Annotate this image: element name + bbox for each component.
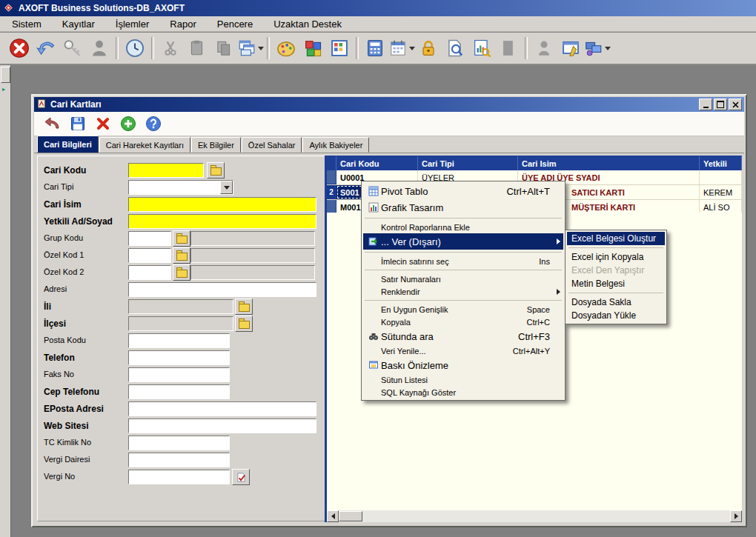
submenu-item-excel-belgesi-olustur[interactable]: Excel Belgesi Oluştur <box>567 232 665 245</box>
link-window-button[interactable] <box>557 35 584 61</box>
menu-item-pivot-tablo[interactable]: Pivot Tablo Ctrl+Alt+T <box>363 183 563 199</box>
report-preview-button[interactable] <box>468 35 495 61</box>
grid-hscrollbar[interactable] <box>327 510 742 522</box>
ilcesi-lookup-button[interactable] <box>235 316 253 332</box>
window-title: AXOFT Business Solutions-DB_AXOFT <box>19 3 185 13</box>
combo-dropdown-icon[interactable] <box>220 181 233 194</box>
menu-item-sutunda-ara[interactable]: Sütunda ara Ctrl+F3 <box>363 328 563 344</box>
vergi-no-input[interactable] <box>128 470 230 484</box>
menu-item-kopyala[interactable]: Kopyala Ctrl+C <box>363 316 563 328</box>
vergi-no-verify-button[interactable] <box>232 469 250 485</box>
close-button[interactable] <box>6 35 33 61</box>
scroll-right-button[interactable] <box>730 510 742 522</box>
cascade-windows-button[interactable] <box>237 35 264 61</box>
yetkili-input[interactable] <box>128 214 316 229</box>
cep-telefonu-input[interactable] <box>128 384 230 399</box>
cell-yetkili[interactable] <box>700 170 742 184</box>
user-2-button[interactable] <box>531 35 557 61</box>
tc-kimlik-input[interactable] <box>128 436 230 450</box>
document-search-button[interactable] <box>442 35 468 61</box>
table-button[interactable] <box>326 35 353 61</box>
paste-button[interactable] <box>184 35 210 61</box>
lock-button[interactable] <box>415 35 442 61</box>
export-submenu: Excel Belgesi Oluştur Excel için Kopyala… <box>565 230 667 324</box>
posta-kodu-input[interactable] <box>128 333 230 348</box>
eposta-input[interactable] <box>128 401 316 416</box>
palette-button[interactable] <box>273 35 299 61</box>
tab-ek-bilgiler[interactable]: Ek Bilgiler <box>191 137 241 153</box>
cari-kodu-lookup-button[interactable] <box>207 162 225 179</box>
delete-button[interactable] <box>90 113 116 134</box>
grup-kodu-lookup-button[interactable] <box>173 230 190 247</box>
back-button[interactable] <box>40 113 65 134</box>
cari-isim-input[interactable] <box>128 197 316 212</box>
tab-cari-hareket-kayitlari[interactable]: Cari Hareket Kayıtları <box>99 137 190 153</box>
blank-button[interactable] <box>495 35 522 61</box>
telefon-input[interactable] <box>128 350 230 365</box>
menu-kayitlar[interactable]: Kayıtlar <box>58 17 99 31</box>
calendar-button[interactable] <box>388 35 415 61</box>
cari-kodu-input[interactable] <box>128 163 204 178</box>
submenu-item-dosyadan-yukle[interactable]: Dosyadan Yükle <box>567 309 665 322</box>
menu-item-ver-disari[interactable]: ... Ver (Dışarı) <box>363 233 563 250</box>
menu-islemler[interactable]: İşlemler <box>111 17 154 31</box>
grid-header-yetkili[interactable]: Yetkili <box>700 156 742 170</box>
ozel-kod1-lookup-button[interactable] <box>173 247 190 264</box>
menu-item-renklendir[interactable]: Renklendir <box>363 285 563 298</box>
folder-icon <box>210 167 222 176</box>
menu-item-imlecin-satirini-sec[interactable]: İmlecin satırını seç Ins <box>363 255 563 267</box>
menu-rapor[interactable]: Rapor <box>165 17 200 31</box>
clock-button[interactable] <box>122 35 148 61</box>
user-button[interactable] <box>86 35 113 61</box>
menu-item-satir-numaralari[interactable]: Satır Numaraları <box>363 273 563 285</box>
menu-sistem[interactable]: Sistem <box>7 17 46 31</box>
menu-item-veri-yenile[interactable]: Veri Yenile... Ctrl+Alt+Y <box>363 344 563 357</box>
menu-item-en-uygun-genislik[interactable]: En Uygun Genişlik Space <box>363 303 563 316</box>
ozel-kod2-input[interactable] <box>128 265 171 280</box>
menu-item-sutun-listesi[interactable]: Sütun Listesi <box>363 373 563 386</box>
grid-header-cari-isim[interactable]: Cari Isim <box>518 156 700 170</box>
ili-lookup-button[interactable] <box>235 298 253 315</box>
remote-desktop-button[interactable] <box>584 35 611 61</box>
tab-aylik-bakiyeler[interactable]: Aylık Bakiyeler <box>302 137 369 153</box>
calculator-button[interactable] <box>362 35 388 61</box>
minimize-button[interactable] <box>699 99 712 110</box>
close-window-button[interactable] <box>729 99 742 110</box>
cell-yetkili[interactable]: KEREM <box>700 185 742 199</box>
save-button[interactable] <box>65 113 90 134</box>
menu-item-grafik-tasarim[interactable]: Grafik Tasarım <box>363 199 563 216</box>
submenu-item-dosyada-sakla[interactable]: Dosyada Sakla <box>567 296 665 309</box>
tab-ozel-sahalar[interactable]: Özel Sahalar <box>242 137 302 153</box>
help-button[interactable] <box>141 113 166 134</box>
menu-pencere[interactable]: Pencere <box>213 17 257 31</box>
cut-button[interactable] <box>157 35 184 61</box>
faks-no-input[interactable] <box>128 367 230 382</box>
scroll-left-button[interactable] <box>327 510 339 522</box>
grup-kodu-input[interactable] <box>128 231 171 246</box>
dock-expand-button[interactable] <box>1 67 10 83</box>
vergi-dairesi-input[interactable] <box>128 453 230 467</box>
ozel-kod1-input[interactable] <box>128 248 171 263</box>
ozel-kod2-lookup-button[interactable] <box>173 264 190 281</box>
add-button[interactable] <box>116 113 141 134</box>
menu-uzaktan-destek[interactable]: Uzaktan Destek <box>269 17 346 31</box>
web-sitesi-input[interactable] <box>128 418 316 433</box>
cep-telefonu-label: Cep Telefonu <box>44 387 99 397</box>
grid-header-cari-tipi[interactable]: Cari Tipi <box>418 156 518 170</box>
menu-item-sql-kaynagi-goster[interactable]: SQL Kaynağı Göster <box>363 386 563 398</box>
menu-item-baski-onizleme[interactable]: Baskı Önizleme <box>363 357 563 373</box>
adresi-input[interactable] <box>128 282 316 297</box>
submenu-item-metin-belgesi[interactable]: Metin Belgesi <box>567 277 665 290</box>
submenu-item-excel-icin-kopyala[interactable]: Excel için Kopyala <box>567 250 665 264</box>
maximize-button[interactable] <box>714 99 727 110</box>
cari-tipi-select[interactable] <box>128 180 233 195</box>
tab-cari-bilgileri[interactable]: Cari Bilgileri <box>37 136 99 153</box>
scroll-thumb[interactable] <box>339 511 362 521</box>
modules-button[interactable] <box>299 35 326 61</box>
undo-button[interactable] <box>33 35 59 61</box>
copy-button[interactable] <box>210 35 237 61</box>
menu-item-kontrol-raporlarina-ekle[interactable]: Kontrol Raporlarına Ekle <box>363 221 563 233</box>
key-button[interactable] <box>59 35 86 61</box>
grid-header-cari-kodu[interactable]: Cari Kodu <box>336 156 418 170</box>
scroll-track[interactable] <box>362 510 730 522</box>
